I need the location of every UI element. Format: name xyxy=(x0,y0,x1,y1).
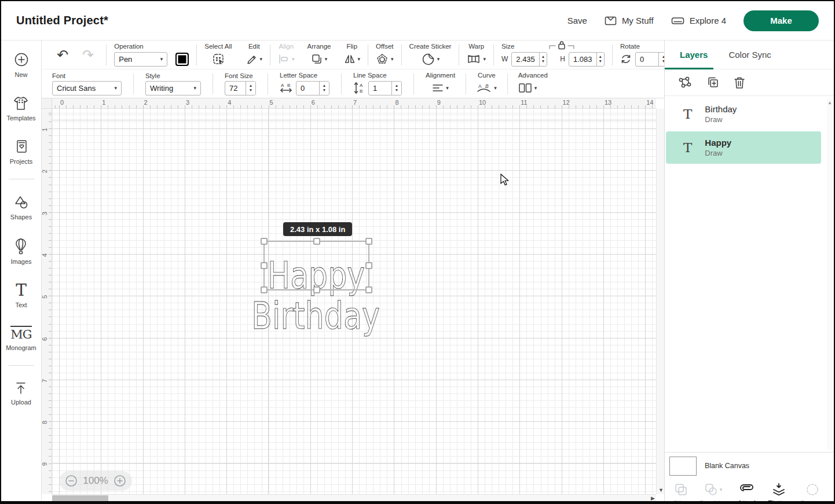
sidebar-item-templates[interactable]: Templates xyxy=(6,95,35,122)
sidebar-item-shapes[interactable]: Shapes xyxy=(10,194,32,220)
line-space-stepper[interactable]: 1 ▲▼ xyxy=(368,81,402,95)
horizontal-scroll-thumb[interactable] xyxy=(52,495,108,502)
svg-text:B: B xyxy=(485,83,489,89)
text-toolbar: Font Cricut Sans▾ Style Writing▾ Font Si… xyxy=(42,69,664,98)
trash-icon[interactable] xyxy=(733,76,746,90)
flip-button[interactable]: ▾ xyxy=(344,51,361,67)
sidebar-item-projects[interactable]: Projects xyxy=(10,139,33,165)
selection-handle-sw[interactable] xyxy=(261,286,268,293)
ruler-number: 14 xyxy=(646,99,653,106)
contour-button: Contour xyxy=(800,483,825,504)
layer-row-happy[interactable]: T Happy Draw xyxy=(666,131,821,164)
canvas-grid[interactable]: Happy Birthday 2.43 in x 1.08 in 100% xyxy=(52,109,656,494)
zoom-out-icon[interactable] xyxy=(65,474,78,487)
left-sidebar: New Templates Projects Shapes Images T T… xyxy=(1,41,42,501)
selection-handle-s[interactable] xyxy=(313,286,320,293)
ruler-number: 7 xyxy=(41,379,48,382)
sidebar-item-new[interactable]: New xyxy=(13,51,30,78)
selection-handle-n[interactable] xyxy=(313,238,320,245)
layer-row-birthday[interactable]: T Birthday Draw xyxy=(666,98,821,130)
select-all-icon xyxy=(212,53,225,65)
operation-select[interactable]: Pen▾ xyxy=(114,52,167,67)
arrange-layers-icon xyxy=(311,53,323,65)
selection-handle-e[interactable] xyxy=(365,262,372,269)
canvas-text-birthday[interactable]: Birthday xyxy=(251,295,380,337)
selection-handle-w[interactable] xyxy=(261,262,268,269)
zoom-in-icon[interactable] xyxy=(113,474,126,487)
offset-button[interactable]: ▾ xyxy=(376,51,394,67)
edit-button[interactable]: ▾ xyxy=(246,51,263,67)
flip-group: Flip ▾ xyxy=(344,43,361,67)
active-tab-underline xyxy=(665,68,713,69)
project-title[interactable]: Untitled Project* xyxy=(16,14,108,27)
header: Untitled Project* Save My Stuff Explore … xyxy=(1,1,834,41)
selection-box[interactable] xyxy=(263,241,369,290)
tab-layers[interactable]: Layers xyxy=(680,50,708,60)
selection-handle-nw[interactable] xyxy=(261,238,268,245)
shapes-icon xyxy=(13,194,30,211)
style-group: Style Writing▾ xyxy=(145,72,201,95)
ruler-corner xyxy=(42,98,52,109)
sidebar-item-upload[interactable]: Upload xyxy=(11,381,31,406)
combine-icon xyxy=(704,483,718,496)
panel-scroll-up-icon[interactable]: ▲ xyxy=(827,100,832,105)
ruler-number: 6 xyxy=(41,337,48,340)
ruler-number: 13 xyxy=(605,99,611,106)
ruler-number: 1 xyxy=(41,128,48,131)
font-size-stepper[interactable]: 72 ▲▼ xyxy=(225,81,256,95)
selection-handle-se[interactable] xyxy=(365,286,372,293)
svg-text:A: A xyxy=(281,83,284,88)
advanced-button[interactable]: ▾ xyxy=(518,80,537,95)
alignment-group: Alignment ▾ xyxy=(426,72,455,95)
paperclip-icon xyxy=(740,483,755,496)
panel-scrollbar[interactable]: ▲ xyxy=(827,99,833,450)
horizontal-scrollbar[interactable]: ▶ xyxy=(52,494,656,502)
letter-space-stepper[interactable]: 0 ▲▼ xyxy=(296,81,329,95)
ungroup-icon[interactable] xyxy=(677,76,693,90)
lock-icon[interactable] xyxy=(548,41,575,50)
select-all-button[interactable] xyxy=(212,51,225,67)
sticker-icon xyxy=(421,53,435,65)
ruler-number: 5 xyxy=(270,99,273,106)
save-button[interactable]: Save xyxy=(567,16,587,25)
tab-color-sync[interactable]: Color Sync xyxy=(728,50,771,60)
height-stepper[interactable]: 1.083 ▲▼ xyxy=(569,52,605,67)
slice-icon xyxy=(674,483,688,496)
flatten-button[interactable]: Flatten xyxy=(768,483,790,504)
vertical-scrollbar[interactable]: ▼ xyxy=(656,109,664,494)
attach-button[interactable]: Attach xyxy=(737,483,757,504)
sidebar-item-images[interactable]: Images xyxy=(10,238,31,265)
my-stuff-button[interactable]: My Stuff xyxy=(605,16,654,26)
curve-button[interactable]: AB ▾ xyxy=(477,80,497,95)
operation-color-swatch[interactable] xyxy=(175,53,189,66)
style-select[interactable]: Writing▾ xyxy=(145,81,201,95)
selection-handle-ne[interactable] xyxy=(365,238,372,245)
make-button[interactable]: Make xyxy=(744,10,819,31)
blank-canvas-thumbnail[interactable] xyxy=(669,457,697,476)
ruler-number: 4 xyxy=(228,99,231,106)
ruler-number: 11 xyxy=(521,99,527,106)
alignment-button[interactable]: ▾ xyxy=(432,80,449,95)
svg-text:B: B xyxy=(360,89,362,94)
offset-icon xyxy=(376,53,389,65)
duplicate-icon[interactable] xyxy=(706,76,720,90)
app-window: Untitled Project* Save My Stuff Explore … xyxy=(0,0,835,504)
text-layer-icon: T xyxy=(683,140,692,155)
warp-button[interactable]: ▾ xyxy=(467,51,486,67)
create-sticker-button[interactable]: ▾ xyxy=(421,51,440,67)
font-select[interactable]: Cricut Sans▾ xyxy=(52,81,122,95)
svg-text:A: A xyxy=(360,83,363,88)
ruler-number: 8 xyxy=(41,421,48,424)
sidebar-item-monogram[interactable]: MG Monogram xyxy=(6,326,36,351)
line-space-icon: AB xyxy=(353,82,365,94)
rotate-icon[interactable] xyxy=(620,53,632,65)
arrange-button[interactable]: ▾ xyxy=(311,51,328,67)
undo-button[interactable]: ↶ xyxy=(57,48,68,62)
redo-button[interactable]: ↷ xyxy=(82,48,94,62)
machine-select-button[interactable]: Explore 4 xyxy=(671,16,726,25)
ruler-number: 10 xyxy=(479,99,486,106)
scroll-down-arrow-icon[interactable]: ▼ xyxy=(658,487,664,493)
scroll-right-arrow-icon[interactable]: ▶ xyxy=(651,495,655,501)
sidebar-item-text[interactable]: T Text xyxy=(15,282,27,308)
width-stepper[interactable]: 2.435 ▲▼ xyxy=(511,52,547,67)
